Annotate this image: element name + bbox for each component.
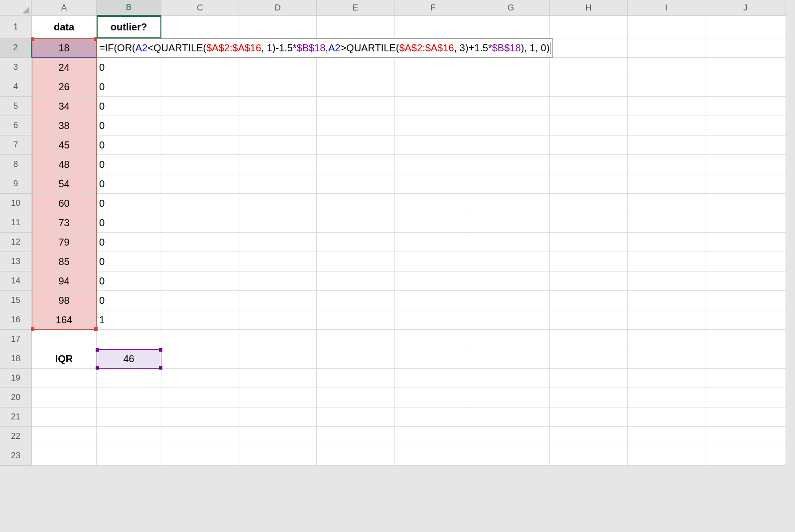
cell[interactable] [705, 233, 786, 252]
cell[interactable] [705, 155, 786, 174]
cell[interactable] [317, 58, 395, 77]
cell[interactable]: 0 [97, 291, 161, 310]
cell[interactable] [705, 194, 786, 213]
cell[interactable] [472, 252, 550, 271]
cell[interactable]: 0 [97, 97, 161, 116]
cell[interactable] [628, 407, 705, 427]
cell[interactable]: IQR [32, 349, 97, 369]
cell[interactable] [472, 194, 550, 213]
cell[interactable] [317, 174, 395, 194]
cell[interactable] [239, 116, 317, 135]
cell[interactable] [705, 446, 786, 466]
row-header[interactable]: 8 [0, 155, 32, 174]
cell[interactable]: 0 [97, 77, 161, 97]
cell[interactable] [161, 58, 239, 77]
cell[interactable] [32, 407, 97, 427]
cell[interactable] [472, 155, 550, 174]
column-header[interactable]: I [628, 0, 705, 16]
cell[interactable] [550, 77, 628, 97]
cell[interactable] [628, 427, 705, 446]
cell[interactable] [239, 330, 317, 349]
cell[interactable]: 24 [32, 58, 97, 77]
column-header[interactable]: D [239, 0, 317, 16]
row-header[interactable]: 6 [0, 116, 32, 135]
cell[interactable] [395, 116, 472, 135]
cell[interactable]: 34 [32, 97, 97, 116]
cell[interactable] [472, 271, 550, 291]
cell[interactable] [705, 16, 786, 38]
cell[interactable]: 94 [32, 271, 97, 291]
column-header[interactable]: G [472, 0, 550, 16]
cell[interactable] [705, 116, 786, 135]
cell[interactable] [705, 77, 786, 97]
cell[interactable] [97, 446, 161, 466]
cell[interactable] [317, 427, 395, 446]
cell[interactable] [317, 310, 395, 330]
cell[interactable] [239, 16, 317, 38]
row-header[interactable]: 16 [0, 310, 32, 330]
cell[interactable] [239, 97, 317, 116]
row-header[interactable]: 9 [0, 174, 32, 194]
cell[interactable] [550, 97, 628, 116]
row-header[interactable]: 5 [0, 97, 32, 116]
cell[interactable] [472, 213, 550, 233]
cell[interactable] [628, 213, 705, 233]
cell[interactable] [550, 271, 628, 291]
cell[interactable] [239, 427, 317, 446]
cell[interactable] [705, 38, 786, 58]
cell[interactable] [628, 369, 705, 388]
cell[interactable] [395, 77, 472, 97]
cell[interactable] [395, 388, 472, 407]
cell[interactable] [472, 349, 550, 369]
cell[interactable] [628, 291, 705, 310]
cell[interactable] [472, 233, 550, 252]
row-header[interactable]: 10 [0, 194, 32, 213]
cell[interactable] [239, 388, 317, 407]
cell[interactable] [472, 77, 550, 97]
cell[interactable] [395, 97, 472, 116]
cell[interactable] [628, 116, 705, 135]
cell[interactable] [161, 252, 239, 271]
cell[interactable] [317, 369, 395, 388]
cell[interactable] [628, 271, 705, 291]
column-header[interactable]: A [32, 0, 97, 16]
cell[interactable] [550, 427, 628, 446]
cell[interactable] [705, 271, 786, 291]
cell[interactable] [550, 38, 628, 58]
row-header[interactable]: 2 [0, 38, 32, 58]
cell[interactable] [472, 16, 550, 38]
cell[interactable] [472, 330, 550, 349]
row-header[interactable]: 23 [0, 446, 32, 466]
cell[interactable]: 85 [32, 252, 97, 271]
cell[interactable] [550, 310, 628, 330]
cell[interactable] [239, 446, 317, 466]
cell[interactable] [628, 38, 705, 58]
cell[interactable] [628, 233, 705, 252]
cell[interactable] [628, 77, 705, 97]
cell[interactable] [32, 427, 97, 446]
cell[interactable]: 0 [97, 174, 161, 194]
cell[interactable] [550, 16, 628, 38]
row-header[interactable]: 11 [0, 213, 32, 233]
cell[interactable] [550, 213, 628, 233]
cell[interactable]: 0 [97, 213, 161, 233]
row-header[interactable]: 21 [0, 407, 32, 427]
cell[interactable] [395, 16, 472, 38]
cell[interactable] [472, 174, 550, 194]
cell[interactable] [32, 388, 97, 407]
cell[interactable] [395, 155, 472, 174]
row-header[interactable]: 19 [0, 369, 32, 388]
cell[interactable] [161, 388, 239, 407]
cell[interactable] [550, 194, 628, 213]
cell[interactable] [317, 252, 395, 271]
cell[interactable] [705, 388, 786, 407]
cell[interactable] [395, 407, 472, 427]
cell[interactable] [395, 446, 472, 466]
cell[interactable] [161, 155, 239, 174]
cell[interactable]: 0 [97, 135, 161, 155]
cell[interactable]: 45 [32, 135, 97, 155]
cell[interactable] [395, 330, 472, 349]
cell[interactable] [97, 427, 161, 446]
cell[interactable]: 38 [32, 116, 97, 135]
cell[interactable] [472, 58, 550, 77]
